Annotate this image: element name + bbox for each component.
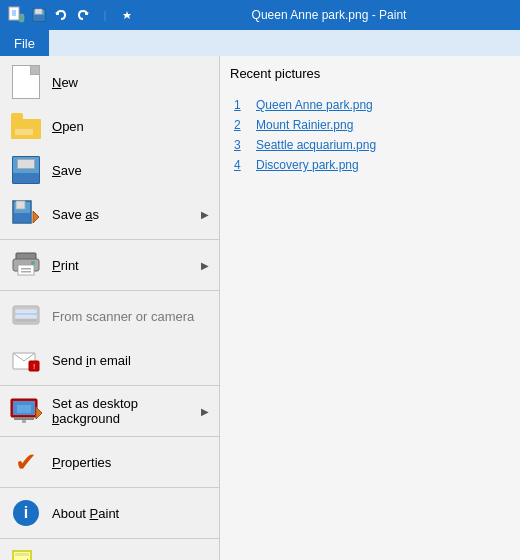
menu-item-exit[interactable]: Exit [0, 542, 219, 560]
window-title: Queen Anne park.png - Paint [146, 8, 512, 22]
properties-check-icon: ✔ [10, 446, 42, 478]
open-label: Open [52, 119, 209, 134]
save-as-label: Save as [52, 207, 191, 222]
svg-rect-2 [19, 14, 24, 22]
svg-rect-4 [35, 9, 42, 14]
recent-item-2[interactable]: 2 Mount Rainier.png [230, 115, 510, 135]
print-icon [10, 249, 42, 281]
new-page-icon [10, 66, 42, 98]
save-floppy-icon [10, 154, 42, 186]
email-label: Send in email [52, 353, 209, 368]
email-icon: ! [10, 344, 42, 376]
recent-name-3: Seattle acquarium.png [256, 138, 376, 152]
svg-rect-29 [14, 417, 34, 420]
svg-rect-28 [17, 405, 31, 413]
about-label: About Paint [52, 506, 209, 521]
scanner-icon [10, 300, 42, 332]
recent-name-2: Mount Rainier.png [256, 118, 353, 132]
save-as-arrow: ▶ [201, 209, 209, 220]
svg-rect-5 [34, 15, 44, 20]
svg-rect-16 [21, 268, 31, 270]
save-label: Save [52, 163, 209, 178]
desktop-arrow: ▶ [201, 406, 209, 417]
separator-4 [0, 436, 219, 437]
recent-num-1: 1 [234, 98, 248, 112]
recent-item-1[interactable]: 1 Queen Anne park.png [230, 95, 510, 115]
menu-item-desktop[interactable]: Set as desktop background ▶ [0, 389, 219, 433]
right-panel: Recent pictures 1 Queen Anne park.png 2 … [220, 56, 520, 560]
about-info-icon: i [10, 497, 42, 529]
title-bar: | Queen Anne park.png - Paint [0, 0, 520, 30]
svg-rect-30 [22, 420, 26, 423]
menu-bar: File [0, 30, 520, 56]
print-label: Print [52, 258, 191, 273]
svg-rect-15 [18, 265, 34, 275]
recent-item-4[interactable]: 4 Discovery park.png [230, 155, 510, 175]
recent-pictures-title: Recent pictures [230, 66, 510, 85]
desktop-label: Set as desktop background [52, 396, 191, 426]
svg-marker-31 [36, 407, 42, 419]
app-icon [8, 6, 26, 24]
open-folder-icon [10, 110, 42, 142]
menu-item-about[interactable]: i About Paint [0, 491, 219, 535]
new-label: New [52, 75, 209, 90]
menu-item-save[interactable]: Save [0, 148, 219, 192]
menu-item-scanner: From scanner or camera [0, 294, 219, 338]
redo-icon[interactable] [74, 6, 92, 24]
recent-num-3: 3 [234, 138, 248, 152]
svg-text:!: ! [33, 362, 35, 371]
separator-2 [0, 290, 219, 291]
svg-marker-12 [33, 211, 39, 223]
menu-item-properties[interactable]: ✔ Properties [0, 440, 219, 484]
info-circle: i [13, 500, 39, 526]
properties-label: Properties [52, 455, 209, 470]
menu-item-open[interactable]: Open [0, 104, 219, 148]
exit-label: Exit [52, 557, 209, 561]
file-tab[interactable]: File [0, 30, 49, 56]
main-content: New Open Save [0, 56, 520, 560]
separator-3 [0, 385, 219, 386]
menu-item-email[interactable]: ! Send in email [0, 338, 219, 382]
recent-name-4: Discovery park.png [256, 158, 359, 172]
separator-1 [0, 239, 219, 240]
title-bar-icons: | [8, 6, 136, 24]
save-as-icon [10, 198, 42, 230]
undo-icon[interactable] [52, 6, 70, 24]
scanner-label: From scanner or camera [52, 309, 209, 324]
separator-icon: | [96, 6, 114, 24]
svg-rect-10 [16, 201, 25, 209]
svg-marker-8 [123, 11, 131, 19]
svg-rect-33 [15, 553, 29, 556]
exit-icon [10, 548, 42, 560]
svg-rect-11 [14, 213, 30, 222]
left-menu: New Open Save [0, 56, 220, 560]
svg-rect-17 [21, 271, 31, 273]
print-arrow: ▶ [201, 260, 209, 271]
save-quick-icon[interactable] [30, 6, 48, 24]
svg-point-18 [31, 261, 35, 265]
recent-num-4: 4 [234, 158, 248, 172]
recent-num-2: 2 [234, 118, 248, 132]
separator-6 [0, 538, 219, 539]
menu-item-save-as[interactable]: Save as ▶ [0, 192, 219, 236]
quick-access-icon[interactable] [118, 6, 136, 24]
separator-5 [0, 487, 219, 488]
menu-item-print[interactable]: Print ▶ [0, 243, 219, 287]
svg-rect-1 [12, 10, 16, 16]
menu-item-new[interactable]: New [0, 60, 219, 104]
svg-rect-21 [15, 319, 37, 322]
recent-name-1: Queen Anne park.png [256, 98, 373, 112]
recent-item-3[interactable]: 3 Seattle acquarium.png [230, 135, 510, 155]
desktop-bg-icon [10, 395, 42, 427]
